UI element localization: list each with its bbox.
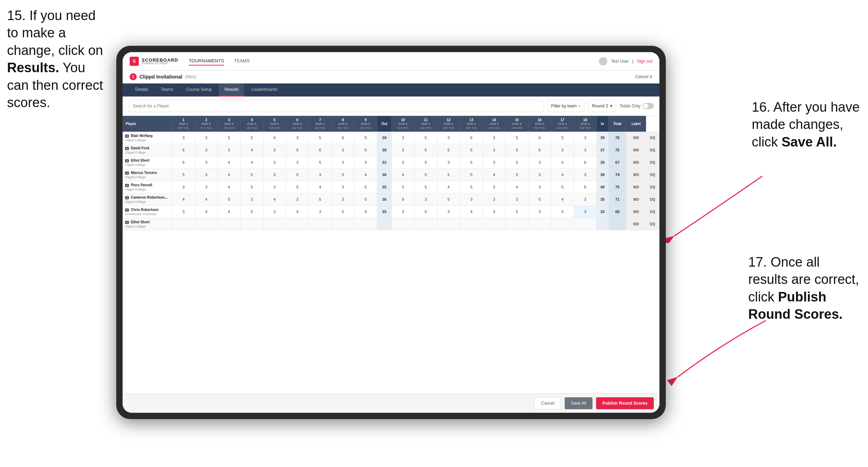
hole-9-score[interactable]: 3 [354, 156, 377, 169]
hole-10-score[interactable]: 3 [392, 132, 415, 144]
hole-17-score[interactable]: 4 [551, 193, 574, 206]
hole-11-score[interactable]: 3 [414, 193, 437, 206]
hole-3-score[interactable]: 5 [218, 193, 241, 206]
hole-2-score[interactable] [195, 218, 218, 230]
hole-1-score[interactable]: 4 [172, 193, 195, 206]
hole-17-score[interactable]: 4 [551, 156, 574, 169]
hole-16-score[interactable] [528, 218, 551, 230]
hole-14-score[interactable]: 3 [483, 181, 506, 193]
hole-13-score[interactable]: 6 [460, 132, 483, 144]
dq-button[interactable]: DQ [646, 206, 659, 218]
toggle-switch[interactable] [643, 103, 654, 109]
hole-10-score[interactable]: 5 [392, 181, 415, 193]
hole-18-score[interactable]: 6 [574, 156, 597, 169]
hole-5-score[interactable]: 4 [263, 193, 286, 206]
hole-9-score[interactable]: 5 [354, 144, 377, 156]
hole-4-score[interactable]: 4 [240, 144, 263, 156]
hole-17-score[interactable] [551, 218, 574, 230]
hole-2-score[interactable]: 3 [195, 169, 218, 181]
hole-12-score[interactable]: 5 [437, 169, 460, 181]
wd-button[interactable]: WD [626, 193, 646, 206]
sign-out-link[interactable]: Sign out [637, 59, 652, 64]
hole-8-score[interactable]: 3 [331, 181, 354, 193]
hole-4-score[interactable] [240, 218, 263, 230]
hole-5-score[interactable]: 3 [263, 156, 286, 169]
hole-4-score[interactable]: 5 [240, 181, 263, 193]
hole-7-score[interactable] [309, 218, 331, 230]
nav-link-tournaments[interactable]: TOURNAMENTS [189, 57, 224, 66]
hole-1-score[interactable]: 5 [172, 169, 195, 181]
hole-10-score[interactable]: 3 [392, 144, 415, 156]
hole-16-score[interactable]: 6 [528, 132, 551, 144]
hole-18-score[interactable]: 3 [574, 132, 597, 144]
hole-18-score[interactable] [574, 218, 597, 230]
hole-5-score[interactable]: 4 [263, 132, 286, 144]
hole-12-score[interactable] [437, 218, 460, 230]
round-dropdown[interactable]: Round 3 ▾ [588, 100, 616, 112]
hole-9-score[interactable]: 4 [354, 206, 377, 218]
hole-9-score[interactable] [354, 218, 377, 230]
hole-13-score[interactable] [460, 218, 483, 230]
hole-7-score[interactable]: 5 [309, 156, 331, 169]
wd-button[interactable]: WD [626, 206, 646, 218]
hole-17-score[interactable]: 4 [551, 206, 574, 218]
hole-6-score[interactable]: 4 [286, 206, 309, 218]
hole-10-score[interactable]: 3 [392, 156, 415, 169]
wd-button[interactable]: WD [626, 132, 646, 144]
hole-2-score[interactable]: 4 [195, 206, 218, 218]
hole-11-score[interactable]: 5 [414, 156, 437, 169]
hole-7-score[interactable]: 6 [309, 144, 331, 156]
nav-link-teams[interactable]: TEAMS [234, 57, 250, 66]
hole-16-score[interactable]: 5 [528, 193, 551, 206]
hole-12-score[interactable]: 3 [437, 156, 460, 169]
hole-16-score[interactable]: 3 [528, 181, 551, 193]
hole-4-score[interactable]: 5 [240, 206, 263, 218]
hole-12-score[interactable]: 3 [437, 206, 460, 218]
hole-17-score[interactable]: 4 [551, 169, 574, 181]
hole-12-score[interactable]: 4 [437, 181, 460, 193]
hole-17-score[interactable]: 5 [551, 132, 574, 144]
hole-14-score[interactable]: 3 [483, 206, 506, 218]
totals-only-toggle[interactable]: Totals Only [620, 103, 654, 109]
filter-team-dropdown[interactable]: Filter by team ▾ [547, 100, 585, 112]
hole-1-score[interactable]: 3 [172, 206, 195, 218]
hole-18-score[interactable]: 3 [574, 193, 597, 206]
hole-2-score[interactable]: 4 [195, 193, 218, 206]
hole-6-score[interactable]: 3 [286, 132, 309, 144]
hole-8-score[interactable]: 3 [331, 144, 354, 156]
hole-13-score[interactable]: 5 [460, 181, 483, 193]
hole-16-score[interactable]: 3 [528, 169, 551, 181]
dq-button[interactable]: DQ [646, 169, 659, 181]
hole-18-score[interactable]: 6 [574, 181, 597, 193]
hole-10-score[interactable]: 6 [392, 193, 415, 206]
wd-button[interactable]: WD [626, 218, 646, 230]
hole-10-score[interactable]: 3 [392, 206, 415, 218]
hole-15-score[interactable]: 5 [506, 156, 528, 169]
save-all-button[interactable]: Save All [565, 397, 593, 409]
hole-13-score[interactable]: 5 [460, 169, 483, 181]
hole-11-score[interactable]: 5 [414, 132, 437, 144]
dq-button[interactable]: DQ [646, 144, 659, 156]
hole-3-score[interactable]: 4 [218, 181, 241, 193]
hole-14-score[interactable]: 4 [483, 169, 506, 181]
hole-9-score[interactable]: 5 [354, 181, 377, 193]
hole-11-score[interactable]: 5 [414, 181, 437, 193]
hole-2-score[interactable]: 3 [195, 144, 218, 156]
hole-8-score[interactable]: 5 [331, 169, 354, 181]
hole-3-score[interactable]: 4 [218, 156, 241, 169]
hole-14-score[interactable]: 3 [483, 144, 506, 156]
hole-13-score[interactable]: 3 [460, 193, 483, 206]
hole-18-score[interactable]: 3 [574, 144, 597, 156]
wd-button[interactable]: WD [626, 181, 646, 193]
hole-5-score[interactable]: 3 [263, 206, 286, 218]
wd-button[interactable]: WD [626, 156, 646, 169]
hole-3-score[interactable]: 4 [218, 206, 241, 218]
hole-16-score[interactable]: 3 [528, 206, 551, 218]
hole-6-score[interactable]: 3 [286, 156, 309, 169]
hole-3-score[interactable]: 4 [218, 169, 241, 181]
hole-12-score[interactable]: 5 [437, 144, 460, 156]
hole-1-score[interactable]: 3 [172, 181, 195, 193]
hole-13-score[interactable]: 5 [460, 156, 483, 169]
tab-course-setup[interactable]: Course Setup [180, 83, 217, 96]
hole-15-score[interactable]: 5 [506, 206, 528, 218]
